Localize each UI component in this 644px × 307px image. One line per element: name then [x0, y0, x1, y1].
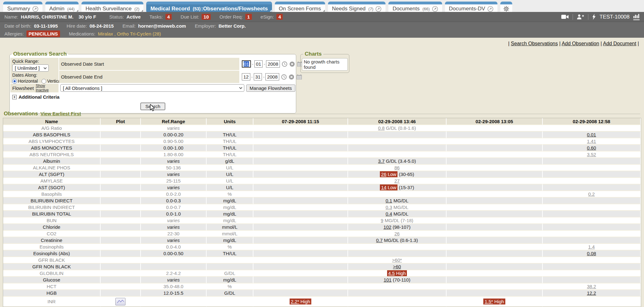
video-camera-icon[interactable]: [561, 14, 569, 19]
obs-value-link[interactable]: 12.2: [587, 290, 596, 296]
tab-on-screen-forms[interactable]: On Screen Forms: [275, 2, 325, 12]
obs-value-cell: [253, 184, 348, 191]
obs-value-cell: [447, 125, 543, 132]
end-year-input[interactable]: 2008: [265, 73, 279, 80]
obs-value-link[interactable]: 2.2*: [291, 299, 299, 304]
clear-date-icon[interactable]: [289, 61, 295, 67]
obs-refrange-cell: 0.90-5.00: [141, 138, 207, 145]
clock-icon[interactable]: [281, 74, 287, 80]
obs-value-link[interactable]: >60*: [392, 257, 402, 263]
end-month-input[interactable]: 12: [242, 73, 250, 80]
obs-name-cell: Chloride: [3, 224, 101, 231]
tab-documents-dv[interactable]: Documents-DV: [445, 2, 497, 12]
tab-admin[interactable]: Admin(44): [45, 2, 79, 12]
obs-value-link[interactable]: 1.41: [587, 139, 596, 144]
obs-plot-cell: [101, 178, 141, 184]
column-header: 02-29-2008 13:05: [447, 118, 543, 125]
obs-units-cell: mg/dL: [207, 198, 253, 204]
due-list-badge[interactable]: 10: [202, 14, 211, 20]
medication-link[interactable]: Miralax: [98, 31, 113, 36]
obs-value-cell: [253, 244, 348, 250]
tab-needs-signed[interactable]: Needs Signed(7): [328, 2, 386, 12]
obs-value-cell: [253, 211, 348, 217]
obs-value-link[interactable]: 0.7: [376, 238, 383, 243]
flowsheet-chart-icon[interactable]: [633, 14, 640, 20]
tab-settings[interactable]: [500, 2, 512, 12]
obs-value-link[interactable]: 86: [394, 165, 400, 170]
obs-name-cell: AST (SGOT): [3, 184, 101, 191]
order-req-badge[interactable]: 1: [245, 14, 252, 20]
table-header-row: NamePlotRef.RangeUnits07-29-2008 11:1502…: [3, 118, 641, 125]
obs-value-link[interactable]: 9: [381, 218, 383, 223]
start-year-input[interactable]: 2008: [266, 60, 280, 68]
vertical-radio[interactable]: [42, 79, 46, 84]
obs-plot-cell: [101, 145, 141, 151]
quick-range-select[interactable]: [ Unlimited ]: [12, 64, 49, 72]
obs-value-link[interactable]: 0.4: [386, 211, 392, 217]
table-row: Glucosevariesmg/dL101 (70-110): [3, 277, 641, 283]
start-month-input[interactable]: 01: [242, 60, 251, 68]
obs-value-link[interactable]: 101: [384, 277, 391, 282]
add-document-link[interactable]: Add Document: [603, 41, 636, 46]
obs-value-cell: [348, 283, 447, 290]
end-day-input[interactable]: 31: [254, 73, 262, 80]
obs-value-cell: [253, 264, 348, 270]
clear-date-icon[interactable]: [289, 74, 294, 80]
additional-criteria-label[interactable]: Additional Criteria: [19, 94, 59, 100]
obs-value-link[interactable]: 3.52: [587, 152, 596, 157]
obs-value-link[interactable]: 0.2: [588, 191, 595, 197]
obs-refrange-cell: 0.0-2.0: [141, 191, 207, 198]
obs-value-cell: [447, 211, 543, 217]
obs-units-cell: G/DL: [207, 270, 253, 277]
add-person-icon[interactable]: [577, 14, 584, 19]
obs-value-link[interactable]: 102: [384, 224, 391, 230]
plot-sparkline-button[interactable]: [115, 298, 125, 305]
obs-value-cell: [543, 198, 641, 204]
start-day-input[interactable]: 01: [254, 60, 263, 68]
obs-value-link[interactable]: 38.2: [587, 284, 596, 289]
tab-health-surveillance[interactable]: Health Surveillance(2): [81, 2, 143, 12]
calendar-icon[interactable]: [296, 74, 302, 80]
medication-link[interactable]: Ortho Tri-Cyclen (28): [117, 31, 161, 36]
esign-badge[interactable]: 4: [276, 14, 283, 20]
obs-value-link[interactable]: 0.01: [587, 132, 596, 137]
tab-summary[interactable]: Summary: [3, 2, 42, 12]
flowsheet-select[interactable]: [ All Observations ]: [60, 84, 244, 92]
obs-value-link[interactable]: 0.8: [378, 125, 385, 131]
obs-value-link[interactable]: 1.5*: [485, 299, 493, 304]
obs-value-link[interactable]: 26: [381, 172, 386, 177]
search-observations-link[interactable]: Search Observations: [511, 41, 558, 46]
show-inactive-link[interactable]: Show Inactive: [36, 84, 57, 92]
obs-value-link[interactable]: 27: [394, 178, 400, 184]
allergy-badge[interactable]: PENICILLINS: [26, 30, 60, 37]
clock-icon[interactable]: [282, 61, 287, 67]
obs-value-link[interactable]: >60: [393, 264, 401, 269]
add-observation-link[interactable]: Add Observation: [562, 41, 599, 46]
table-row: ABS LYMPHOCYTES0.90-5.00TH/UL1.41: [3, 138, 641, 145]
obs-value-link[interactable]: 0.08: [587, 251, 596, 256]
obs-value-link[interactable]: 3.7: [378, 158, 385, 164]
obs-value-cell: 0.4 MG/DL: [348, 211, 447, 217]
tab-documents[interactable]: Documents(66): [388, 2, 442, 12]
tab-medical-record[interactable]: Medical Record(53):Observations/Flowshee…: [146, 2, 272, 12]
obs-units-cell: mmol/L: [207, 231, 253, 237]
obs-value-link[interactable]: 1.4: [588, 244, 595, 249]
obs-plot-cell: [101, 224, 141, 231]
obs-value-cell: [543, 184, 641, 191]
obs-units-cell: [207, 125, 253, 132]
manage-flowsheets-button[interactable]: Manage Flowsheets: [246, 85, 295, 92]
obs-value-link[interactable]: 26: [394, 231, 400, 236]
obs-value-link[interactable]: 0.3: [386, 205, 392, 210]
obs-units-cell: U/L: [207, 165, 253, 171]
obs-plot-cell: [101, 132, 141, 138]
expand-plus-icon[interactable]: +: [12, 95, 17, 99]
view-earliest-first-link[interactable]: View Earliest First: [41, 111, 81, 116]
obs-value-link[interactable]: 0.60: [587, 145, 596, 151]
horizontal-radio[interactable]: [12, 79, 17, 84]
obs-value-link[interactable]: 0.1: [386, 198, 392, 203]
lightning-icon[interactable]: [592, 14, 596, 20]
obs-value-link[interactable]: 14: [381, 185, 386, 190]
tasks-badge[interactable]: 4: [165, 14, 172, 20]
obs-value-link[interactable]: 4.5: [388, 271, 395, 276]
obs-units-cell: U/L: [207, 178, 253, 184]
